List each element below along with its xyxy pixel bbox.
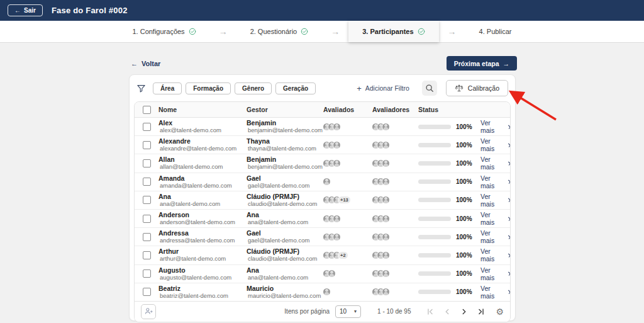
gestor-name: Benjamin: [247, 120, 323, 127]
calibration-button[interactable]: Calibração: [446, 80, 508, 96]
participant-cell: Arthurarthur@talent-demo.com: [158, 248, 247, 262]
table-row: Andersonanderson@talent-demo.comAnaana@t…: [135, 210, 510, 228]
proxima-etapa-button[interactable]: Próxima etapa →: [447, 56, 517, 71]
check-circle-icon: [301, 28, 308, 35]
ver-mais-link[interactable]: Ver mais: [479, 193, 510, 208]
filter-chip-area[interactable]: Área: [153, 82, 182, 94]
avaliadores-avatars: [372, 270, 418, 277]
gear-icon[interactable]: ⚙: [496, 307, 504, 316]
filter-chip-formacao[interactable]: Formação: [186, 82, 231, 94]
ver-mais-link[interactable]: Ver mais: [479, 137, 510, 152]
progress-bar: [418, 198, 451, 202]
chevron-down-icon: ▾: [354, 309, 357, 314]
chevron-right-icon: [506, 179, 511, 184]
row-checkbox[interactable]: [143, 251, 151, 259]
page-range-label: 1 - 10 de 95: [377, 308, 411, 315]
gestor-cell: Benjaminbenjamin@talent-demo.com: [247, 120, 323, 133]
step-arrow-icon: →: [210, 26, 236, 37]
avaliadores-avatars: [372, 234, 418, 241]
row-checkbox[interactable]: [143, 288, 151, 296]
row-checkbox[interactable]: [143, 178, 151, 186]
ver-mais-link[interactable]: Ver mais: [479, 211, 510, 226]
progress-percent: 100%: [456, 123, 472, 130]
ver-mais-link[interactable]: Ver mais: [479, 119, 510, 134]
row-checkbox[interactable]: [143, 269, 151, 278]
chevron-right-icon: [506, 290, 511, 294]
scales-icon: [455, 84, 464, 93]
gestor-name: Gael: [247, 175, 323, 182]
table-header-row: Nome Gestor Avaliados Avaliadores Status: [135, 102, 510, 118]
ver-mais-link[interactable]: Ver mais: [479, 229, 510, 244]
exit-button[interactable]: ← Sair: [8, 4, 43, 16]
participant-cell: Alexalex@talent-demo.com: [158, 120, 247, 133]
progress-bar: [418, 235, 451, 239]
step-2[interactable]: 2. Questionário: [236, 21, 323, 42]
voltar-link[interactable]: ← Voltar: [131, 60, 160, 67]
back-arrow-icon: ←: [14, 7, 21, 14]
person-add-icon: [144, 307, 153, 316]
add-filter-button[interactable]: + Adicionar Filtro: [357, 84, 409, 93]
row-checkbox[interactable]: [143, 123, 151, 131]
ver-mais-link[interactable]: Ver mais: [479, 266, 510, 281]
status-cell: 100%: [418, 142, 479, 149]
avaliados-avatars: [323, 215, 372, 222]
filter-chip-geracao[interactable]: Geração: [275, 82, 316, 94]
last-page-button[interactable]: [475, 306, 487, 317]
chevron-right-icon: [506, 143, 511, 147]
table-row: Augustoaugusto@talent-demo.comAnaana@tal…: [135, 265, 510, 283]
next-page-button[interactable]: [458, 306, 470, 317]
row-checkbox[interactable]: [143, 159, 151, 167]
row-checkbox-cell: [135, 159, 158, 167]
participant-name: Beatriz: [158, 285, 247, 292]
filter-chip-genero[interactable]: Gênero: [235, 82, 272, 94]
calibration-label: Calibração: [468, 84, 499, 92]
avaliados-avatars: [323, 142, 372, 149]
row-checkbox[interactable]: [143, 215, 151, 223]
search-button[interactable]: [422, 81, 437, 96]
gestor-cell: Benjaminbenjamin@talent-demo.com: [247, 156, 323, 170]
ver-mais-label: Ver mais: [480, 266, 503, 281]
row-checkbox-cell: [135, 269, 158, 278]
avaliadores-avatars: [372, 215, 418, 222]
progress-percent: 100%: [456, 196, 472, 203]
chevron-right-icon: [506, 235, 511, 239]
gestor-name: Gael: [247, 230, 323, 237]
ver-mais-label: Ver mais: [480, 137, 503, 152]
first-page-button[interactable]: [425, 306, 436, 317]
previous-page-button[interactable]: [441, 306, 453, 317]
row-checkbox[interactable]: [143, 233, 151, 241]
ver-mais-link[interactable]: Ver mais: [479, 247, 510, 263]
ver-mais-link[interactable]: Ver mais: [479, 174, 510, 190]
avaliados-avatars: [323, 270, 372, 277]
participant-cell: Beatrizbeatriz@talent-demo.com: [158, 285, 247, 299]
progress-percent: 100%: [456, 160, 472, 167]
avaliadores-avatars: [372, 142, 418, 149]
avaliadores-avatars: [372, 196, 418, 203]
avaliadores-avatars: [372, 123, 418, 130]
last-page-icon: [477, 307, 486, 316]
add-participant-button[interactable]: [141, 304, 156, 319]
gestor-cell: Cláudio (PRMJF)claudio@talent-demo.com: [247, 248, 323, 262]
status-cell: 100%: [418, 178, 479, 185]
gestor-email: gael@talent-demo.com: [247, 237, 323, 244]
participant-cell: Alexandrealexandre@talent-demo.com: [158, 138, 247, 152]
step-3[interactable]: 3. Participantes: [348, 21, 438, 42]
select-all-checkbox[interactable]: [143, 106, 151, 114]
column-header-status: Status: [418, 106, 479, 113]
row-checkbox[interactable]: [143, 141, 151, 149]
filter-funnel-icon[interactable]: [136, 84, 146, 93]
ver-mais-link[interactable]: Ver mais: [479, 156, 510, 171]
row-checkbox[interactable]: [143, 196, 151, 204]
table-row: Alexandrealexandre@talent-demo.comThayna…: [135, 136, 510, 154]
participant-name: Alex: [158, 120, 247, 127]
row-checkbox-cell: [135, 233, 158, 241]
items-per-page-label: Itens por página: [284, 308, 330, 315]
participant-name: Amanda: [158, 175, 247, 182]
avatar-icon: [382, 142, 389, 149]
ver-mais-link[interactable]: Ver mais: [479, 285, 510, 300]
participant-name: Augusto: [158, 267, 247, 274]
avaliados-avatars: [323, 123, 372, 130]
step-4[interactable]: 4. Publicar: [465, 21, 526, 42]
page-size-select[interactable]: 10 ▾: [335, 305, 361, 318]
step-1[interactable]: 1. Configurações: [118, 21, 209, 42]
